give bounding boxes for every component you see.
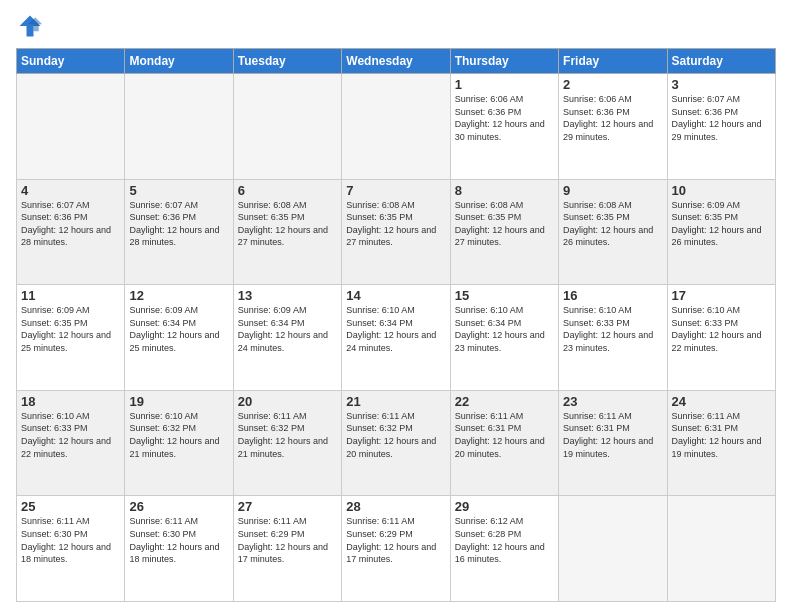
calendar-header-saturday: Saturday xyxy=(667,49,775,74)
day-number: 4 xyxy=(21,183,120,198)
calendar-cell: 17Sunrise: 6:10 AM Sunset: 6:33 PM Dayli… xyxy=(667,285,775,391)
day-number: 6 xyxy=(238,183,337,198)
day-number: 25 xyxy=(21,499,120,514)
day-number: 27 xyxy=(238,499,337,514)
day-info: Sunrise: 6:06 AM Sunset: 6:36 PM Dayligh… xyxy=(455,93,554,143)
calendar-cell: 27Sunrise: 6:11 AM Sunset: 6:29 PM Dayli… xyxy=(233,496,341,602)
calendar-cell: 7Sunrise: 6:08 AM Sunset: 6:35 PM Daylig… xyxy=(342,179,450,285)
day-number: 24 xyxy=(672,394,771,409)
day-info: Sunrise: 6:07 AM Sunset: 6:36 PM Dayligh… xyxy=(672,93,771,143)
day-info: Sunrise: 6:10 AM Sunset: 6:34 PM Dayligh… xyxy=(346,304,445,354)
day-info: Sunrise: 6:09 AM Sunset: 6:34 PM Dayligh… xyxy=(129,304,228,354)
day-info: Sunrise: 6:11 AM Sunset: 6:29 PM Dayligh… xyxy=(346,515,445,565)
calendar-cell xyxy=(667,496,775,602)
day-info: Sunrise: 6:09 AM Sunset: 6:35 PM Dayligh… xyxy=(672,199,771,249)
calendar-cell: 13Sunrise: 6:09 AM Sunset: 6:34 PM Dayli… xyxy=(233,285,341,391)
day-number: 9 xyxy=(563,183,662,198)
calendar-week-row: 4Sunrise: 6:07 AM Sunset: 6:36 PM Daylig… xyxy=(17,179,776,285)
day-number: 12 xyxy=(129,288,228,303)
day-info: Sunrise: 6:06 AM Sunset: 6:36 PM Dayligh… xyxy=(563,93,662,143)
day-info: Sunrise: 6:09 AM Sunset: 6:35 PM Dayligh… xyxy=(21,304,120,354)
calendar-header-sunday: Sunday xyxy=(17,49,125,74)
calendar-cell: 24Sunrise: 6:11 AM Sunset: 6:31 PM Dayli… xyxy=(667,390,775,496)
calendar-cell: 3Sunrise: 6:07 AM Sunset: 6:36 PM Daylig… xyxy=(667,74,775,180)
calendar-cell: 15Sunrise: 6:10 AM Sunset: 6:34 PM Dayli… xyxy=(450,285,558,391)
calendar-header-friday: Friday xyxy=(559,49,667,74)
day-number: 14 xyxy=(346,288,445,303)
calendar-cell: 4Sunrise: 6:07 AM Sunset: 6:36 PM Daylig… xyxy=(17,179,125,285)
calendar-cell: 5Sunrise: 6:07 AM Sunset: 6:36 PM Daylig… xyxy=(125,179,233,285)
logo xyxy=(16,12,48,40)
calendar-cell: 18Sunrise: 6:10 AM Sunset: 6:33 PM Dayli… xyxy=(17,390,125,496)
calendar-cell: 9Sunrise: 6:08 AM Sunset: 6:35 PM Daylig… xyxy=(559,179,667,285)
day-number: 20 xyxy=(238,394,337,409)
calendar-cell: 1Sunrise: 6:06 AM Sunset: 6:36 PM Daylig… xyxy=(450,74,558,180)
day-number: 28 xyxy=(346,499,445,514)
day-info: Sunrise: 6:10 AM Sunset: 6:32 PM Dayligh… xyxy=(129,410,228,460)
calendar-header-wednesday: Wednesday xyxy=(342,49,450,74)
day-number: 29 xyxy=(455,499,554,514)
day-number: 21 xyxy=(346,394,445,409)
day-number: 8 xyxy=(455,183,554,198)
day-number: 26 xyxy=(129,499,228,514)
day-number: 1 xyxy=(455,77,554,92)
day-number: 22 xyxy=(455,394,554,409)
calendar-cell: 6Sunrise: 6:08 AM Sunset: 6:35 PM Daylig… xyxy=(233,179,341,285)
top-section xyxy=(16,12,776,40)
day-info: Sunrise: 6:08 AM Sunset: 6:35 PM Dayligh… xyxy=(563,199,662,249)
day-info: Sunrise: 6:11 AM Sunset: 6:31 PM Dayligh… xyxy=(563,410,662,460)
logo-icon xyxy=(16,12,44,40)
calendar-cell: 20Sunrise: 6:11 AM Sunset: 6:32 PM Dayli… xyxy=(233,390,341,496)
calendar-cell: 23Sunrise: 6:11 AM Sunset: 6:31 PM Dayli… xyxy=(559,390,667,496)
calendar-header-tuesday: Tuesday xyxy=(233,49,341,74)
calendar-cell: 25Sunrise: 6:11 AM Sunset: 6:30 PM Dayli… xyxy=(17,496,125,602)
calendar-header-monday: Monday xyxy=(125,49,233,74)
calendar-cell xyxy=(17,74,125,180)
calendar-cell: 14Sunrise: 6:10 AM Sunset: 6:34 PM Dayli… xyxy=(342,285,450,391)
calendar-cell xyxy=(559,496,667,602)
calendar-week-row: 1Sunrise: 6:06 AM Sunset: 6:36 PM Daylig… xyxy=(17,74,776,180)
calendar-week-row: 25Sunrise: 6:11 AM Sunset: 6:30 PM Dayli… xyxy=(17,496,776,602)
day-number: 15 xyxy=(455,288,554,303)
day-number: 5 xyxy=(129,183,228,198)
day-info: Sunrise: 6:10 AM Sunset: 6:33 PM Dayligh… xyxy=(21,410,120,460)
calendar-cell: 29Sunrise: 6:12 AM Sunset: 6:28 PM Dayli… xyxy=(450,496,558,602)
day-info: Sunrise: 6:09 AM Sunset: 6:34 PM Dayligh… xyxy=(238,304,337,354)
calendar-cell: 19Sunrise: 6:10 AM Sunset: 6:32 PM Dayli… xyxy=(125,390,233,496)
day-number: 18 xyxy=(21,394,120,409)
day-info: Sunrise: 6:07 AM Sunset: 6:36 PM Dayligh… xyxy=(21,199,120,249)
day-number: 23 xyxy=(563,394,662,409)
day-number: 11 xyxy=(21,288,120,303)
calendar-cell: 8Sunrise: 6:08 AM Sunset: 6:35 PM Daylig… xyxy=(450,179,558,285)
day-number: 3 xyxy=(672,77,771,92)
day-info: Sunrise: 6:11 AM Sunset: 6:31 PM Dayligh… xyxy=(672,410,771,460)
calendar-cell: 21Sunrise: 6:11 AM Sunset: 6:32 PM Dayli… xyxy=(342,390,450,496)
day-info: Sunrise: 6:11 AM Sunset: 6:30 PM Dayligh… xyxy=(129,515,228,565)
day-number: 10 xyxy=(672,183,771,198)
day-number: 13 xyxy=(238,288,337,303)
day-info: Sunrise: 6:12 AM Sunset: 6:28 PM Dayligh… xyxy=(455,515,554,565)
calendar-cell: 16Sunrise: 6:10 AM Sunset: 6:33 PM Dayli… xyxy=(559,285,667,391)
calendar-cell: 10Sunrise: 6:09 AM Sunset: 6:35 PM Dayli… xyxy=(667,179,775,285)
day-number: 19 xyxy=(129,394,228,409)
day-info: Sunrise: 6:11 AM Sunset: 6:29 PM Dayligh… xyxy=(238,515,337,565)
calendar-week-row: 18Sunrise: 6:10 AM Sunset: 6:33 PM Dayli… xyxy=(17,390,776,496)
calendar-cell: 28Sunrise: 6:11 AM Sunset: 6:29 PM Dayli… xyxy=(342,496,450,602)
day-info: Sunrise: 6:11 AM Sunset: 6:32 PM Dayligh… xyxy=(238,410,337,460)
calendar-week-row: 11Sunrise: 6:09 AM Sunset: 6:35 PM Dayli… xyxy=(17,285,776,391)
day-info: Sunrise: 6:08 AM Sunset: 6:35 PM Dayligh… xyxy=(455,199,554,249)
day-number: 17 xyxy=(672,288,771,303)
day-info: Sunrise: 6:10 AM Sunset: 6:33 PM Dayligh… xyxy=(563,304,662,354)
calendar-cell: 11Sunrise: 6:09 AM Sunset: 6:35 PM Dayli… xyxy=(17,285,125,391)
calendar-cell xyxy=(342,74,450,180)
day-info: Sunrise: 6:10 AM Sunset: 6:34 PM Dayligh… xyxy=(455,304,554,354)
day-number: 7 xyxy=(346,183,445,198)
calendar-header-row: SundayMondayTuesdayWednesdayThursdayFrid… xyxy=(17,49,776,74)
calendar-cell: 26Sunrise: 6:11 AM Sunset: 6:30 PM Dayli… xyxy=(125,496,233,602)
day-info: Sunrise: 6:11 AM Sunset: 6:30 PM Dayligh… xyxy=(21,515,120,565)
day-info: Sunrise: 6:11 AM Sunset: 6:32 PM Dayligh… xyxy=(346,410,445,460)
calendar-cell: 12Sunrise: 6:09 AM Sunset: 6:34 PM Dayli… xyxy=(125,285,233,391)
day-info: Sunrise: 6:08 AM Sunset: 6:35 PM Dayligh… xyxy=(346,199,445,249)
calendar-header-thursday: Thursday xyxy=(450,49,558,74)
calendar-cell: 2Sunrise: 6:06 AM Sunset: 6:36 PM Daylig… xyxy=(559,74,667,180)
